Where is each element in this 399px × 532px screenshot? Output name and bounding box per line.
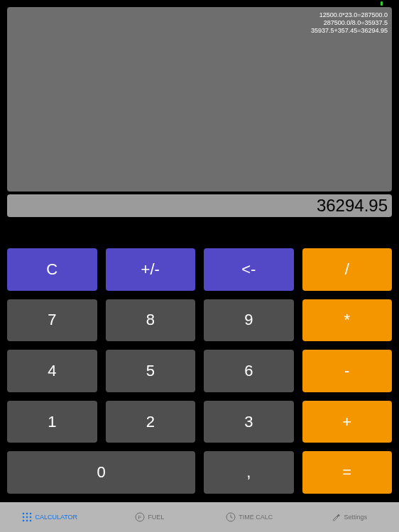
tab-fuel[interactable]: F FUEL: [100, 502, 200, 532]
history-panel: 12500.0*23.0=287500.0 287500.0/8.0=35937…: [7, 7, 392, 192]
digit-3-button[interactable]: 3: [204, 401, 294, 443]
svg-point-7: [26, 520, 28, 522]
svg-point-3: [23, 516, 25, 519]
digit-2-button[interactable]: 2: [106, 401, 196, 443]
digit-9-button[interactable]: 9: [204, 299, 294, 342]
history-lines: 12500.0*23.0=287500.0 287500.0/8.0=35937…: [311, 11, 388, 35]
divide-button[interactable]: /: [302, 248, 393, 291]
sign-button[interactable]: +/-: [106, 248, 196, 291]
equals-button[interactable]: =: [302, 451, 393, 494]
history-line: 287500.0/8.0=35937.5: [311, 19, 388, 27]
svg-point-2: [30, 513, 32, 515]
plus-button[interactable]: +: [302, 401, 393, 443]
tab-timecalc[interactable]: TIME CALC: [200, 502, 300, 532]
digit-7-button[interactable]: 7: [7, 299, 97, 342]
svg-point-5: [30, 516, 32, 519]
fuel-icon: F: [135, 512, 145, 522]
digit-1-button[interactable]: 1: [7, 401, 97, 443]
tab-calculator[interactable]: CALCULATOR: [0, 502, 100, 532]
history-line: 35937.5+357.45=36294.95: [311, 27, 388, 35]
multiply-button[interactable]: *: [302, 299, 393, 342]
tab-label: CALCULATOR: [35, 514, 77, 521]
minus-button[interactable]: -: [302, 350, 393, 392]
digit-6-button[interactable]: 6: [204, 350, 294, 392]
result-display: 36294.95: [7, 194, 392, 217]
digit-4-button[interactable]: 4: [7, 350, 97, 392]
backspace-button[interactable]: <-: [204, 248, 294, 291]
tab-bar: CALCULATOR F FUEL TIME CALC Settings: [0, 502, 399, 532]
clock-icon: [226, 512, 236, 522]
status-indicator: [381, 1, 383, 6]
keypad: C +/- <- / 7 8 9 * 4 5 6 - 1 2 3 + 0 , =: [7, 248, 392, 494]
tab-label: Settings: [344, 514, 367, 521]
tab-label: FUEL: [148, 514, 164, 521]
clear-button[interactable]: C: [7, 248, 97, 291]
grid-icon: [22, 512, 32, 522]
tab-settings[interactable]: Settings: [300, 502, 400, 532]
history-line: 12500.0*23.0=287500.0: [311, 11, 388, 19]
svg-point-4: [26, 516, 28, 519]
tab-label: TIME CALC: [239, 514, 273, 521]
svg-point-8: [30, 520, 32, 522]
decimal-button[interactable]: ,: [204, 451, 294, 494]
svg-text:F: F: [138, 514, 142, 521]
digit-0-button[interactable]: 0: [7, 451, 195, 494]
svg-point-0: [23, 513, 25, 515]
wrench-icon: [331, 512, 341, 522]
digit-5-button[interactable]: 5: [106, 350, 196, 392]
svg-point-6: [23, 520, 25, 522]
svg-point-1: [26, 513, 28, 515]
digit-8-button[interactable]: 8: [106, 299, 196, 342]
